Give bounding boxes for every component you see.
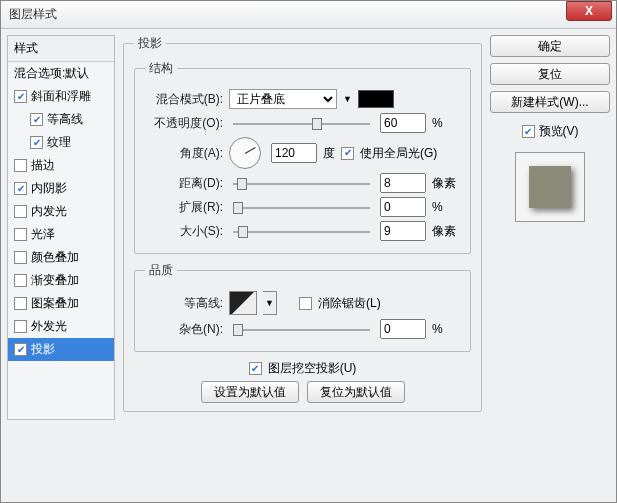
row-inner-shadow[interactable]: 内阴影 [8,177,114,200]
preview-thumbnail [515,152,585,222]
antialias-label: 消除锯齿(L) [318,295,381,312]
spread-slider[interactable] [233,199,370,215]
checkbox-icon[interactable] [14,297,27,310]
row-outer-glow[interactable]: 外发光 [8,315,114,338]
unit-percent: % [432,200,460,214]
ok-button[interactable]: 确定 [490,35,610,57]
global-light-checkbox[interactable] [341,147,354,160]
reset-default-button[interactable]: 复位为默认值 [307,381,405,403]
effect-settings: 投影 结构 混合模式(B): 正片叠底 ▼ 不透明度(O): % 角度(A): … [123,35,482,420]
contour-label: 等高线: [145,295,223,312]
opacity-label: 不透明度(O): [145,115,223,132]
unit-percent: % [432,116,460,130]
size-label: 大小(S): [145,223,223,240]
opacity-input[interactable] [380,113,426,133]
row-drop-shadow[interactable]: 投影 [8,338,114,361]
shadow-color-swatch[interactable] [358,90,394,108]
drop-shadow-legend: 投影 [134,35,166,52]
dialog-buttons: 确定 复位 新建样式(W)... 预览(V) [490,35,610,420]
distance-input[interactable] [380,173,426,193]
titlebar: 图层样式 X [1,1,616,29]
close-button[interactable]: X [566,1,612,21]
blend-mode-label: 混合模式(B): [145,91,223,108]
noise-label: 杂色(N): [145,321,223,338]
structure-group: 结构 混合模式(B): 正片叠底 ▼ 不透明度(O): % 角度(A): 度 使… [134,60,471,254]
row-satin[interactable]: 光泽 [8,223,114,246]
checkbox-icon[interactable] [14,205,27,218]
row-bevel[interactable]: 斜面和浮雕 [8,85,114,108]
checkbox-icon[interactable] [14,90,27,103]
preview-label: 预览(V) [539,123,579,140]
row-texture[interactable]: 纹理 [8,131,114,154]
row-gradient-overlay[interactable]: 渐变叠加 [8,269,114,292]
angle-unit: 度 [323,145,335,162]
cancel-button[interactable]: 复位 [490,63,610,85]
window-title: 图层样式 [9,6,57,23]
angle-dial[interactable] [229,137,261,169]
distance-label: 距离(D): [145,175,223,192]
row-pattern-overlay[interactable]: 图案叠加 [8,292,114,315]
unit-px: 像素 [432,223,460,240]
antialias-checkbox[interactable] [299,297,312,310]
layer-style-dialog: 图层样式 X 样式 混合选项:默认 斜面和浮雕 等高线 纹理 描边 内阴影 内发… [0,0,617,503]
drop-shadow-group: 投影 结构 混合模式(B): 正片叠底 ▼ 不透明度(O): % 角度(A): … [123,35,482,412]
unit-px: 像素 [432,175,460,192]
contour-dropdown[interactable]: ▼ [263,291,277,315]
opacity-slider[interactable] [233,115,370,131]
blend-mode-select[interactable]: 正片叠底 [229,89,337,109]
row-inner-glow[interactable]: 内发光 [8,200,114,223]
checkbox-icon[interactable] [14,343,27,356]
quality-group: 品质 等高线: ▼ 消除锯齿(L) 杂色(N): % [134,262,471,352]
row-blend-defaults[interactable]: 混合选项:默认 [8,62,114,85]
checkbox-icon[interactable] [14,228,27,241]
chevron-down-icon: ▼ [343,94,352,104]
spread-label: 扩展(R): [145,199,223,216]
structure-legend: 结构 [145,60,177,77]
checkbox-icon[interactable] [14,159,27,172]
preview-checkbox[interactable] [522,125,535,138]
distance-slider[interactable] [233,175,370,191]
unit-percent: % [432,322,460,336]
knockout-label: 图层挖空投影(U) [268,360,357,377]
spread-input[interactable] [380,197,426,217]
checkbox-icon[interactable] [30,136,43,149]
size-slider[interactable] [233,223,370,239]
styles-header: 样式 [8,36,114,62]
quality-legend: 品质 [145,262,177,279]
noise-slider[interactable] [233,321,370,337]
global-light-label: 使用全局光(G) [360,145,437,162]
noise-input[interactable] [380,319,426,339]
row-stroke[interactable]: 描边 [8,154,114,177]
checkbox-icon[interactable] [14,274,27,287]
checkbox-icon[interactable] [14,251,27,264]
new-style-button[interactable]: 新建样式(W)... [490,91,610,113]
angle-input[interactable] [271,143,317,163]
checkbox-icon[interactable] [30,113,43,126]
row-contour[interactable]: 等高线 [8,108,114,131]
checkbox-icon[interactable] [14,182,27,195]
styles-list: 样式 混合选项:默认 斜面和浮雕 等高线 纹理 描边 内阴影 内发光 光泽 颜色… [7,35,115,420]
row-color-overlay[interactable]: 颜色叠加 [8,246,114,269]
make-default-button[interactable]: 设置为默认值 [201,381,299,403]
knockout-checkbox[interactable] [249,362,262,375]
contour-picker[interactable] [229,291,257,315]
checkbox-icon[interactable] [14,320,27,333]
angle-label: 角度(A): [145,145,223,162]
size-input[interactable] [380,221,426,241]
